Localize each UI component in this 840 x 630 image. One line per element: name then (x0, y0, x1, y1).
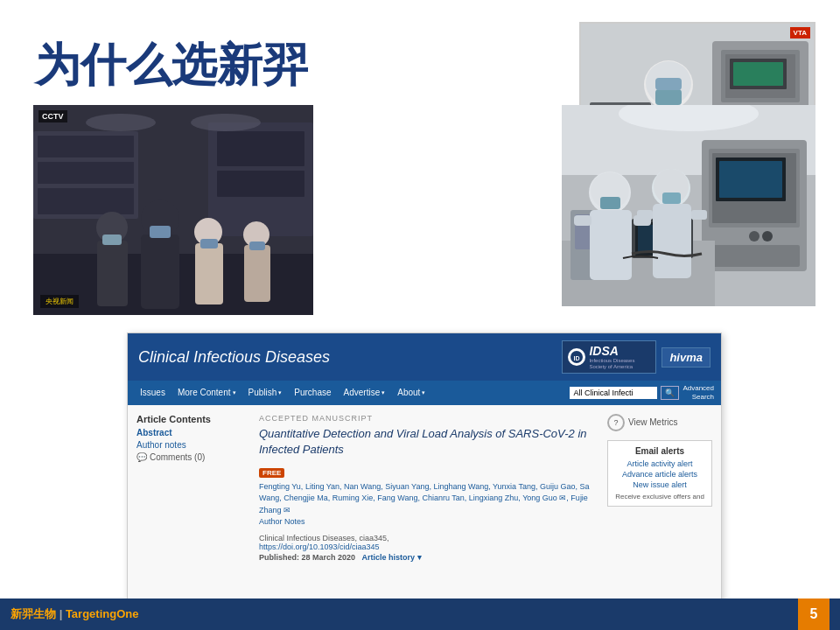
bottom-bar: 新羿生物 | TargetingOne 5 (0, 598, 840, 630)
nav-advertise[interactable]: Advertise ▾ (339, 385, 391, 400)
journal-logos: ID IDSA Infectious Diseases Society of A… (562, 340, 710, 374)
journal-nav: Issues More Content ▾ Publish ▾ Purchase… (128, 381, 721, 404)
nav-about[interactable]: About ▾ (392, 385, 430, 400)
svg-rect-71 (662, 192, 681, 204)
advanced-search[interactable]: Advanced Search (682, 384, 714, 401)
logo-chinese: 新羿生物 (10, 607, 56, 620)
nav-issues[interactable]: Issues (135, 385, 171, 400)
author-names: Fengting Yu, Liting Yan, Nan Wang, Siyua… (259, 482, 589, 514)
search-input[interactable] (570, 387, 657, 399)
email-alerts-box: Email alerts Article activity alert Adva… (607, 440, 712, 507)
svg-rect-50 (719, 161, 782, 198)
svg-rect-62 (574, 215, 592, 226)
svg-rect-23 (33, 105, 313, 315)
sidebar-title: Article Contents (136, 414, 250, 424)
search-bar: 🔍 Advanced Search (570, 384, 714, 401)
view-metrics[interactable]: ? View Metrics (607, 414, 712, 431)
journal-content: Article Contents Abstract Author notes 💬… (128, 405, 721, 604)
chevron-down-icon: ▾ (382, 389, 385, 396)
hivma-logo: hivma (662, 347, 710, 368)
free-badge: FREE (259, 468, 284, 478)
chevron-down-icon: ▾ (422, 389, 425, 396)
alert-item-3[interactable]: New issue alert (613, 480, 706, 489)
svg-rect-69 (691, 210, 707, 220)
comment-icon: 💬 (136, 452, 147, 462)
doi-link[interactable]: https://doi.org/10.1093/cid/ciaa345 (259, 542, 380, 551)
svg-point-52 (762, 231, 773, 242)
chevron-down-icon: ▾ (233, 389, 236, 396)
author-notes-link[interactable]: Author Notes (259, 517, 305, 526)
slide-title: 为什么选新羿 (35, 35, 308, 96)
article-main: ACCEPTED MANUSCRIPT Quantitative Detecti… (259, 414, 598, 604)
svg-rect-61 (590, 210, 632, 280)
email-alerts-title: Email alerts (613, 446, 706, 456)
vta-badge: VTA (790, 27, 810, 38)
photo-left: CCTV 央视新闻 (33, 105, 313, 315)
company-logo: 新羿生物 | TargetingOne (10, 606, 138, 622)
receive-text: Receive exclusive offers and (613, 493, 706, 500)
idsa-subtext: Infectious Diseases Society of America (589, 358, 650, 370)
article-right-panel: ? View Metrics Email alerts Article acti… (607, 414, 712, 604)
svg-rect-53 (709, 245, 800, 267)
journal-header: Clinical Infectious Diseases ID IDSA Inf… (128, 333, 721, 381)
nav-purchase[interactable]: Purchase (289, 385, 336, 400)
svg-point-51 (749, 231, 760, 242)
photo-right-mid (562, 105, 816, 306)
manuscript-badge: ACCEPTED MANUSCRIPT (259, 414, 598, 423)
alert-item-2[interactable]: Advance article alerts (613, 470, 706, 479)
sidebar-abstract[interactable]: Abstract (136, 428, 250, 438)
article-sidebar: Article Contents Abstract Author notes 💬… (136, 414, 250, 604)
slide: 为什么选新羿 (0, 0, 840, 630)
nav-more-content[interactable]: More Content ▾ (172, 385, 242, 400)
journal-ref: Clinical Infectious Diseases, ciaa345, h… (259, 534, 598, 551)
logo-separator: | (60, 607, 66, 620)
sidebar-author-notes[interactable]: Author notes (136, 440, 250, 450)
search-button[interactable]: 🔍 (661, 386, 679, 400)
publish-date: 28 March 2020 (302, 553, 356, 562)
cctv-badge: CCTV (38, 110, 67, 122)
svg-text:ID: ID (574, 355, 580, 361)
journal-title: Clinical Infectious Diseases (138, 348, 330, 367)
sidebar-comments[interactable]: 💬 Comments (0) (136, 452, 250, 462)
metrics-icon: ? (607, 414, 625, 431)
metrics-text: View Metrics (628, 417, 678, 427)
idsa-logo: ID IDSA Infectious Diseases Society of A… (562, 340, 656, 374)
alert-item-1[interactable]: Article activity alert (613, 459, 706, 468)
bottom-badge: 央视新闻 (40, 295, 79, 308)
article-title: Quantitative Detection and Viral Load An… (259, 426, 598, 458)
idsa-text: IDSA (589, 344, 650, 358)
nav-publish[interactable]: Publish ▾ (243, 385, 288, 400)
authors: Fengting Yu, Liting Yan, Nan Wang, Siyua… (259, 481, 598, 528)
svg-rect-65 (600, 197, 620, 209)
idsa-icon: ID (568, 348, 585, 366)
article-history-link[interactable]: Article history ▾ (362, 553, 422, 562)
chevron-down-icon: ▾ (278, 389, 282, 396)
page-number: 5 (798, 598, 830, 630)
logo-english: TargetingOne (66, 607, 139, 620)
svg-rect-67 (653, 204, 691, 278)
journal-section: Clinical Infectious Diseases ID IDSA Inf… (127, 332, 722, 604)
published-line: Published: 28 March 2020 Article history… (259, 553, 598, 562)
svg-rect-68 (637, 210, 653, 220)
